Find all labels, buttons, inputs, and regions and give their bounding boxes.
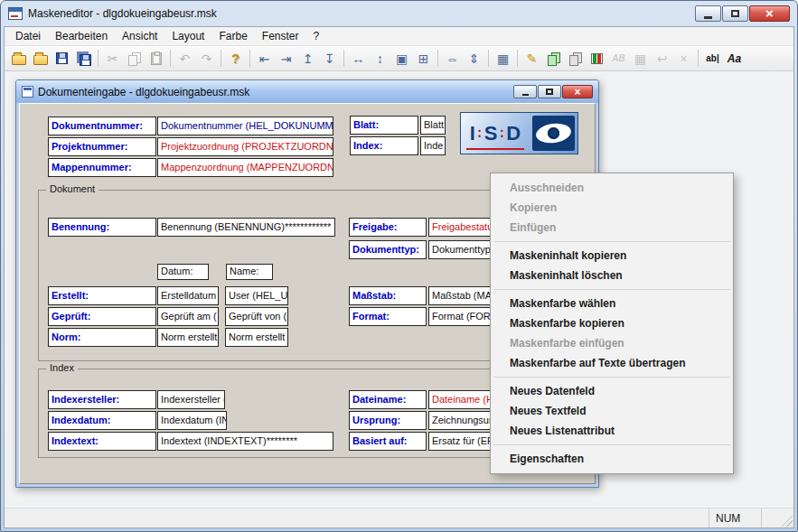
mask-field-benennung[interactable]: Benennung (BENENNUNG)************ xyxy=(157,218,335,237)
minimize-button[interactable] xyxy=(695,5,721,22)
context-item-neues-textfeld[interactable]: Neues Textfeld xyxy=(492,401,732,421)
mask-label-freigabe[interactable]: Freigabe: xyxy=(349,218,427,237)
context-item-neues-listenattribut[interactable]: Neues Listenattribut xyxy=(492,421,732,441)
mask-label-erstellt[interactable]: Erstellt: xyxy=(48,286,156,305)
mask-label-blatt[interactable]: Blatt: xyxy=(350,116,418,135)
context-item-eigenschaften[interactable]: Eigenschaften xyxy=(492,449,732,469)
mask-label-index[interactable]: Index: xyxy=(350,136,418,155)
maximize-button[interactable] xyxy=(722,5,748,22)
close-button[interactable]: × xyxy=(749,5,790,22)
mask-label-basiert-auf[interactable]: Basiert auf: xyxy=(349,432,427,451)
child-minimize-button[interactable] xyxy=(513,85,537,98)
menu-fenster[interactable]: Fenster xyxy=(255,28,306,44)
context-item-maskenfarbe-wählen[interactable]: Maskenfarbe wählen xyxy=(492,294,732,313)
mask-label-ursprung[interactable]: Ursprung: xyxy=(349,411,427,430)
align-right-button[interactable]: ⇥ xyxy=(276,48,296,69)
mask-label-format[interactable]: Format: xyxy=(349,307,427,326)
context-item-maskenfarbe-kopieren[interactable]: Maskenfarbe kopieren xyxy=(492,313,732,333)
save-all-button[interactable] xyxy=(73,48,94,69)
status-extra-cell xyxy=(761,509,779,527)
context-menu-separator xyxy=(493,377,730,378)
mask-label-norm[interactable]: Norm: xyxy=(48,328,156,347)
context-item-maskenfarbe-auf-texte-übertragen[interactable]: Maskenfarbe auf Texte übertragen xyxy=(492,353,732,373)
mask-field-blatt[interactable]: Blatt xyxy=(420,116,446,135)
mask-header-name[interactable]: Name: xyxy=(226,264,273,280)
mask-label-benennung[interactable]: Benennung: xyxy=(48,218,156,237)
open-mask-button[interactable] xyxy=(8,48,29,69)
mask-color-button[interactable]: ✎ xyxy=(521,48,542,69)
space-across-button[interactable]: ⇔ xyxy=(442,48,463,69)
align-top-button[interactable]: ↥ xyxy=(297,48,318,69)
mask-field-ersteller-user[interactable]: User (HEL_U xyxy=(225,286,288,305)
mask-field-indexersteller[interactable]: Indexersteller ( xyxy=(157,390,225,409)
mask-label-geprueft[interactable]: Geprüft: xyxy=(48,307,156,326)
mask-field-geprueft-von[interactable]: Geprüft von ( xyxy=(225,307,288,326)
copy-color-button[interactable] xyxy=(543,48,564,69)
mask-header-datum[interactable]: Datum: xyxy=(157,264,209,280)
isd-logo[interactable]: I∶S∶D xyxy=(460,112,578,154)
mask-label-projektnummer[interactable]: Projektnummer: xyxy=(48,137,156,156)
mask-field-mappenzuordnung[interactable]: Mappenzuordnung (MAPPENZUORDN xyxy=(157,158,333,177)
child-titlebar[interactable]: Dokumenteingabe - dlgdokueingabeusr.msk … xyxy=(16,80,598,103)
menu-bar: DateiBearbeitenAnsichtLayoutFarbeFenster… xyxy=(5,27,793,46)
mask-field-index[interactable]: Inde xyxy=(420,136,446,155)
menu-farbe[interactable]: Farbe xyxy=(211,28,254,44)
undo-button: ↶ xyxy=(174,48,195,69)
resize-grip[interactable] xyxy=(779,509,793,527)
menu-ansicht[interactable]: Ansicht xyxy=(115,28,164,44)
clipboard-icon xyxy=(151,52,162,65)
same-width-button[interactable]: ↔ xyxy=(348,48,369,69)
mask-field-norm-name[interactable]: Norm erstellt xyxy=(225,328,288,347)
new-datafield-button[interactable]: ab| xyxy=(702,48,723,69)
mask-label-dokumenttyp[interactable]: Dokumenttyp: xyxy=(349,240,427,259)
align-bottom-button[interactable]: ↧ xyxy=(319,48,340,69)
cross-icon: × xyxy=(680,52,687,65)
mask-field-geprueft-am[interactable]: Geprüft am ( xyxy=(157,307,219,326)
child-close-button[interactable]: × xyxy=(562,85,593,98)
space-down-button[interactable]: ⇕ xyxy=(464,48,484,69)
main-titlebar[interactable]: Maskeneditor - dlgdokueingabeusr.msk × xyxy=(1,1,797,26)
open-file-button[interactable] xyxy=(30,48,51,69)
paste-color-button[interactable] xyxy=(565,48,586,69)
mask-field-dokumentnummer[interactable]: Dokumentnummer (HEL_DOKUNUMME xyxy=(157,117,333,135)
status-message-area xyxy=(5,509,709,527)
space-across-icon: ⇔ xyxy=(446,52,459,65)
menu-bearbeiten[interactable]: Bearbeiten xyxy=(48,28,115,44)
mask-label-massstab[interactable]: Maßstab: xyxy=(349,286,427,305)
mask-label-dateiname[interactable]: Dateiname: xyxy=(349,390,427,409)
mask-field-norm-datum[interactable]: Norm erstellt xyxy=(157,328,219,347)
menu-layout[interactable]: Layout xyxy=(164,28,211,44)
mask-label-indexersteller[interactable]: Indexersteller: xyxy=(48,390,156,409)
context-item-neues-datenfeld[interactable]: Neues Datenfeld xyxy=(492,381,732,401)
status-num: NUM xyxy=(709,509,761,527)
copy-button xyxy=(124,48,145,69)
context-menu: AusschneidenKopierenEinfügenMaskeninhalt… xyxy=(490,173,734,474)
mask-field-projektzuordnung[interactable]: Projektzuordnung (PROJEKTZUORDN xyxy=(157,137,333,156)
context-item-maskeninhalt-löschen[interactable]: Maskeninhalt löschen xyxy=(492,266,732,285)
mask-label-mappennummer[interactable]: Mappennummer: xyxy=(48,158,156,177)
window-title: Maskeneditor - dlgdokueingabeusr.msk xyxy=(28,7,217,20)
same-width-icon: ↔ xyxy=(352,52,365,65)
save-button[interactable] xyxy=(52,48,72,69)
mask-label-indextext[interactable]: Indextext: xyxy=(48,432,156,451)
center-button[interactable]: ⊞ xyxy=(413,48,434,69)
mask-field-erstelldatum[interactable]: Erstelldatum xyxy=(157,286,219,305)
same-size-button[interactable]: ▣ xyxy=(391,48,412,69)
new-textfield-button[interactable]: Aa xyxy=(724,48,745,69)
maximize-icon xyxy=(546,89,553,95)
same-height-button[interactable]: ↕ xyxy=(370,48,390,69)
hicad-button[interactable] xyxy=(587,48,607,69)
mask-label-dokumentnummer[interactable]: Dokumentnummer: xyxy=(48,117,156,135)
align-left-button[interactable]: ⇤ xyxy=(254,48,275,69)
mask-label-indexdatum[interactable]: Indexdatum: xyxy=(48,411,156,430)
help-button[interactable]: ? xyxy=(225,48,246,69)
mask-field-indextext[interactable]: Indextext (INDEXTEXT)******** xyxy=(157,432,333,451)
menu-hilfe[interactable]: ? xyxy=(306,28,327,44)
context-item-maskeninhalt-kopieren[interactable]: Maskeninhalt kopieren xyxy=(492,246,732,266)
align-right-icon: ⇥ xyxy=(281,52,292,65)
mask-field-indexdatum[interactable]: Indexdatum (IN xyxy=(157,411,227,430)
child-maximize-button[interactable] xyxy=(538,85,561,98)
tab-order-button[interactable]: ▦ xyxy=(493,48,513,69)
groupbox-index-label: Index xyxy=(46,362,78,373)
menu-datei[interactable]: Datei xyxy=(8,28,48,44)
